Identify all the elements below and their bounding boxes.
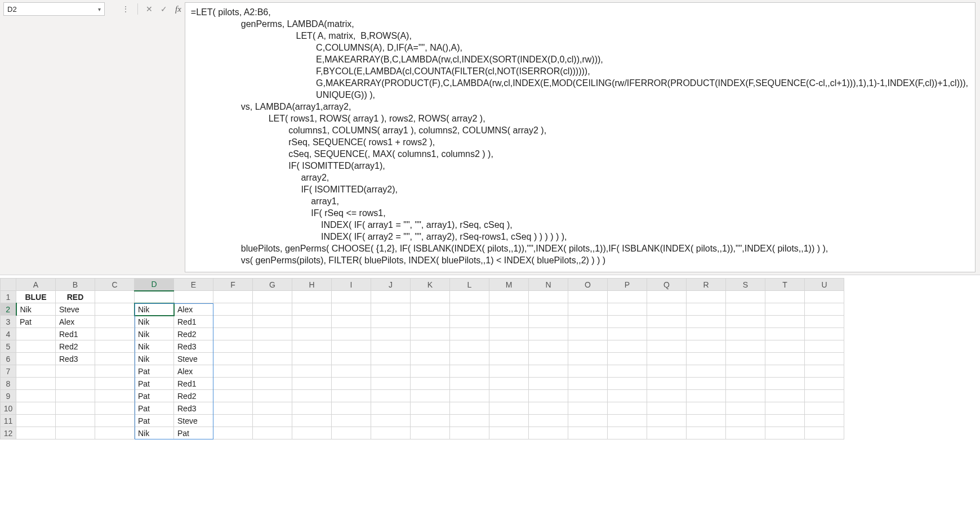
cell[interactable] [450,340,489,353]
cell[interactable] [529,291,568,303]
cell[interactable] [213,378,253,390]
column-header[interactable]: A [16,279,56,291]
cell[interactable] [726,328,765,340]
cell[interactable]: Alex [174,303,213,316]
cell[interactable] [489,402,529,415]
cell[interactable] [489,353,529,365]
cell[interactable] [568,303,608,316]
row-header[interactable]: 11 [1,415,16,427]
cell[interactable] [411,427,450,439]
cell[interactable] [332,415,371,427]
row-header[interactable]: 1 [1,291,16,303]
cell[interactable] [213,328,253,340]
cell[interactable]: Nik [135,328,174,340]
cell[interactable] [647,340,687,353]
cell[interactable] [253,365,292,378]
cell[interactable] [253,316,292,328]
cell[interactable] [489,328,529,340]
cell[interactable] [726,365,765,378]
cell[interactable] [213,415,253,427]
cell[interactable] [371,353,411,365]
cell[interactable] [213,303,253,316]
cell[interactable] [805,353,844,365]
cell[interactable] [726,402,765,415]
cell[interactable] [805,427,844,439]
cell[interactable] [765,340,805,353]
cell[interactable]: Nik [16,303,56,316]
cell[interactable] [726,353,765,365]
cell[interactable] [292,303,332,316]
cell[interactable] [213,353,253,365]
cell[interactable] [332,353,371,365]
column-header[interactable]: J [371,279,411,291]
cell[interactable] [687,303,726,316]
cell[interactable] [332,303,371,316]
cell[interactable] [529,427,568,439]
row-header[interactable]: 2 [1,303,16,316]
cell[interactable]: Pat [135,402,174,415]
row-header[interactable]: 7 [1,365,16,378]
cell[interactable] [332,291,371,303]
row-header[interactable]: 12 [1,427,16,439]
column-header[interactable]: I [332,279,371,291]
formula-menu-dots-icon[interactable]: ⋮ [122,5,130,14]
cell[interactable] [95,303,135,316]
cell[interactable] [568,378,608,390]
cell[interactable] [95,378,135,390]
cell[interactable] [450,328,489,340]
cell[interactable] [687,402,726,415]
cell[interactable] [16,378,56,390]
cell[interactable] [253,402,292,415]
cell[interactable] [213,390,253,402]
cell[interactable] [95,340,135,353]
cell[interactable] [411,415,450,427]
cell[interactable] [450,316,489,328]
cell[interactable]: Nik [135,353,174,365]
cell[interactable] [371,402,411,415]
cell[interactable] [213,291,253,303]
cell[interactable] [332,340,371,353]
cell[interactable] [95,415,135,427]
cell[interactable] [726,390,765,402]
cell[interactable] [765,328,805,340]
cell[interactable] [765,390,805,402]
cell[interactable] [489,291,529,303]
cell[interactable] [568,328,608,340]
cell[interactable] [411,328,450,340]
cell[interactable] [332,365,371,378]
cell[interactable] [95,390,135,402]
cell[interactable] [489,415,529,427]
cell[interactable] [608,427,647,439]
cell[interactable] [805,378,844,390]
cell[interactable] [608,328,647,340]
cell[interactable] [568,340,608,353]
cell[interactable] [16,365,56,378]
cell[interactable] [647,427,687,439]
cell[interactable] [56,390,95,402]
cell[interactable] [608,340,647,353]
cell[interactable] [726,291,765,303]
cell[interactable] [647,402,687,415]
column-header[interactable]: D [135,279,174,291]
cell[interactable] [411,390,450,402]
cell[interactable] [411,353,450,365]
cell[interactable] [450,390,489,402]
chevron-down-icon[interactable]: ▾ [94,3,104,15]
cell[interactable] [253,291,292,303]
cell[interactable] [56,402,95,415]
row-header[interactable]: 3 [1,316,16,328]
cell[interactable] [411,291,450,303]
cell[interactable] [529,390,568,402]
cell[interactable] [529,353,568,365]
cell[interactable] [253,303,292,316]
cell[interactable] [292,402,332,415]
cell[interactable] [687,353,726,365]
cell[interactable] [726,340,765,353]
cell[interactable] [489,316,529,328]
cell[interactable] [608,353,647,365]
cell[interactable]: Red2 [174,328,213,340]
column-header[interactable]: F [213,279,253,291]
cell[interactable] [489,427,529,439]
cell[interactable] [568,316,608,328]
column-header[interactable]: E [174,279,213,291]
